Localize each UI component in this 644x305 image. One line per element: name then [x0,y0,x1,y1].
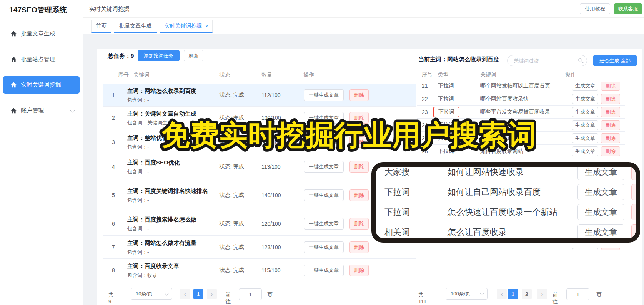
generate-articles-button[interactable]: 一键生成文章 [304,241,344,253]
task-status: 状态: 完成 [220,163,244,170]
task-include: 包含词：- [127,168,213,175]
sidebar-item-site-management[interactable]: 批量站点管理 [3,51,80,68]
list-item[interactable]: 24 下拉词 如何让网站收录百度 生成文章 删除 [417,119,625,132]
delete-button[interactable]: 删除 [349,241,369,253]
page-number-button[interactable]: 1 [193,289,203,299]
generate-article-button[interactable]: 生成文章 [577,184,624,200]
task-status: 状态: 完成 [220,114,244,121]
generate-article-button[interactable]: 生成文章 [572,82,598,91]
generate-articles-button[interactable]: 一键生成文章 [304,89,344,101]
chevron-down-icon [480,292,484,296]
keyword-text: 如何让自己网站收录百度 [448,186,541,198]
generate-article-button[interactable]: 生成文章 [572,133,598,143]
sidebar-item-keyword-mining[interactable]: 实时关键词挖掘 [3,76,80,94]
table-row[interactable]: 4 主词：百度SEO优化包含词：- 状态: 完成 113/100 一键生成文章 … [103,155,416,178]
keyword-text: 怎么快速让百度收录一个新站 [448,206,557,218]
next-page-button[interactable]: › [207,289,217,299]
task-include: 包含词：- [127,96,213,104]
generate-articles-button[interactable]: 一键生成文章 [304,189,344,201]
generate-articles-button[interactable]: 一键生成文章 [304,112,344,124]
table-row[interactable]: 6 主词：百度搜索排名怎么做包含词：- 状态: 完成 120/100 一键生成文… [103,212,416,236]
delete-button[interactable]: 删除 [601,133,620,143]
table-row[interactable]: 7 主词：网站怎么做才有流量包含词：- 状态: 完成 123/100 一键生成文… [103,236,416,259]
delete-button[interactable]: 删除 [601,94,620,104]
generate-articles-button[interactable]: 一键生成文章 [304,161,344,173]
table-row[interactable]: 1 主词：网站怎么收录到百度包含词：- 状态: 完成 112/100 一键生成文… [103,84,416,107]
close-icon[interactable]: × [205,23,208,29]
prev-page-button[interactable]: ‹ [180,289,190,299]
keyword-text: 哪个网站发帖可以上百度首页 [480,82,550,89]
delete-button[interactable]: 删除 [349,218,369,230]
delete-button[interactable]: 删除 [349,265,369,276]
tab-home[interactable]: 首页 [91,20,111,33]
next-page-button[interactable]: › [537,289,547,299]
tab-keyword-mining[interactable]: 实时关键词挖掘 × [160,20,213,33]
sidebar-item-account[interactable]: 账户管理 [3,102,80,119]
generate-articles-button[interactable]: 一键生成文章 [304,136,344,148]
prev-page-button[interactable]: ‹ [497,289,507,299]
col-count: 数量 [261,72,272,79]
generate-article-button[interactable]: 生成文章 [572,94,598,104]
table-row[interactable]: 2 主词：关键词文章自动生成包含词：关键词生成 状态: 完成 100/100 一… [103,107,416,129]
table-row[interactable]: 5 主词：百度关键词排名快速排名包含词：- 状态: 完成 140/100 一键生… [103,178,416,212]
col-no: 序号 [422,71,433,78]
list-item[interactable]: 22 下拉词 哪个网站百度收录快 生成文章 删除 [417,92,625,106]
home-icon [10,82,17,88]
delete-button[interactable]: 删除 [601,146,620,156]
keyword-type: 大家搜 [438,135,454,142]
delete-button[interactable]: 删除 [631,184,640,200]
generate-filter-button[interactable]: 是否生成:全部 [593,55,637,66]
list-item[interactable]: 25 大家搜 如何网站快速收录 生成文章 删除 [417,132,625,145]
generate-article-button[interactable]: 生成文章 [572,248,598,250]
keyword-filter-input[interactable] [513,57,574,65]
keyword-type: 下拉词 [438,148,454,155]
home-icon [10,56,17,63]
generate-article-button[interactable]: 生成文章 [577,224,624,240]
goto-page-input[interactable] [566,288,589,300]
page-size-select[interactable]: 100条/页 [446,288,488,300]
delete-button[interactable]: 删除 [349,161,369,173]
delete-button[interactable]: 删除 [601,107,620,117]
sidebar-item-label: 批量站点管理 [21,56,55,63]
delete-button[interactable]: 删除 [601,120,620,130]
generate-article-button[interactable]: 生成文章 [572,107,598,117]
contact-support-button[interactable]: 联系客服 [614,3,642,14]
chevron-down-icon [165,292,169,296]
list-item[interactable]: 21 下拉词 哪个网站发帖可以上百度首页 生成文章 删除 [417,82,625,92]
goto-page-input[interactable] [239,288,262,300]
delete-button[interactable]: 删除 [349,112,369,124]
task-status: 状态: 完成 [220,192,244,199]
generate-articles-button[interactable]: 一键生成文章 [304,265,344,276]
keyword-text: 怎么让百度收录 [448,226,507,238]
delete-button[interactable]: 删除 [631,204,640,220]
list-item[interactable]: 23 下拉词 哪些平台发文容易被百度收录 生成文章 删除 [417,106,625,119]
refresh-button[interactable]: 刷新 [184,50,203,61]
page-number-button[interactable]: 2 [522,289,532,299]
generate-article-button[interactable]: 生成文章 [577,164,624,180]
delete-button[interactable]: 删除 [601,82,620,91]
sidebar-item-article-generation[interactable]: 批量文章生成 [3,25,80,42]
col-action: 操作 [303,72,314,79]
delete-button[interactable]: 删除 [349,89,369,101]
task-status: 状态: 完成 [220,92,244,99]
generate-article-button[interactable]: 生成文章 [572,120,598,130]
page-number-button[interactable]: 1 [508,289,518,299]
delete-button[interactable]: 删除 [601,248,620,250]
table-row[interactable]: 8 主词：百度收录文章包含词：收录 状态: 完成 115/100 一键生成文章 … [103,259,416,282]
generate-article-button[interactable]: 生成文章 [577,204,624,220]
delete-button[interactable]: 删除 [349,189,369,201]
tasks-table-body: 1 主词：网站怎么收录到百度包含词：- 状态: 完成 112/100 一键生成文… [103,84,416,282]
generate-article-button[interactable]: 生成文章 [572,146,598,156]
generate-articles-button[interactable]: 一键生成文章 [304,218,344,230]
task-count: 100/100 [261,139,281,145]
goto-label: 前往 [225,292,231,305]
delete-button[interactable]: 删除 [349,136,369,148]
keyword-type: 下拉词 [438,96,454,102]
tutorial-button[interactable]: 使用教程 [580,3,610,14]
page-size-select[interactable]: 10条/页 [131,288,172,300]
table-row[interactable]: 3 主词：整站优化包含词：- 状态: 完成 100/100 一键生成文章 删除 [103,129,416,155]
tab-article-generation[interactable]: 批量文章生成 [114,20,157,33]
list-item[interactable]: 33 大家搜 收录好的发帖网站有哪些 生成文章 删除 [417,246,625,250]
list-item[interactable]: 26 下拉词 如何百度收录网站 生成文章 删除 [417,145,625,158]
add-mining-task-button[interactable]: 添加挖词任务 [138,50,180,61]
